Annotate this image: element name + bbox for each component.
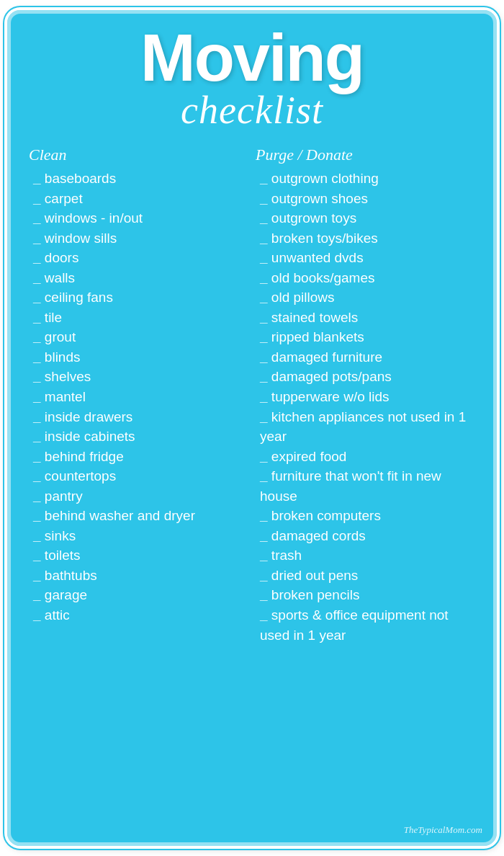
- watermark: TheTypicalMom.com: [404, 824, 482, 836]
- purge-item: dried out pens: [256, 566, 475, 586]
- clean-item: ceiling fans: [29, 287, 248, 308]
- clean-item: shelves: [29, 367, 248, 387]
- clean-item: behind fridge: [29, 447, 248, 467]
- clean-item: mantel: [29, 387, 248, 407]
- clean-item: windows - in/out: [29, 208, 248, 228]
- purge-item: trash: [256, 545, 475, 566]
- purge-item: old pillows: [256, 287, 475, 308]
- purge-item: ripped blankets: [256, 327, 475, 347]
- purge-list: outgrown clothingoutgrown shoesoutgrown …: [256, 169, 475, 645]
- purge-item: unwanted dvds: [256, 248, 475, 268]
- clean-item: bathtubs: [29, 566, 248, 586]
- clean-list: baseboardscarpetwindows - in/outwindow s…: [29, 169, 248, 625]
- purge-item: broken computers: [256, 506, 475, 526]
- clean-item: walls: [29, 268, 248, 288]
- clean-item: baseboards: [29, 169, 248, 189]
- title-checklist: checklist: [29, 91, 475, 130]
- clean-column: Clean baseboardscarpetwindows - in/outwi…: [29, 146, 248, 625]
- clean-section-title: Clean: [29, 146, 248, 164]
- purge-item: sports & office equipment not used in 1 …: [256, 605, 475, 645]
- purge-item: kitchen appliances not used in 1 year: [256, 407, 475, 447]
- clean-item: behind washer and dryer: [29, 506, 248, 526]
- purge-item: old books/games: [256, 268, 475, 288]
- clean-item: sinks: [29, 526, 248, 546]
- clean-item: grout: [29, 327, 248, 347]
- purge-item: outgrown shoes: [256, 189, 475, 209]
- purge-item: damaged furniture: [256, 347, 475, 367]
- purge-item: outgrown clothing: [256, 169, 475, 189]
- purge-item: broken pencils: [256, 585, 475, 605]
- purge-item: tupperware w/o lids: [256, 387, 475, 407]
- clean-item: attic: [29, 605, 248, 625]
- card: Moving checklist Clean baseboardscarpetw…: [7, 10, 497, 846]
- clean-item: tile: [29, 308, 248, 328]
- columns: Clean baseboardscarpetwindows - in/outwi…: [29, 146, 475, 645]
- clean-item: window sills: [29, 228, 248, 249]
- clean-item: inside cabinets: [29, 427, 248, 447]
- purge-item: outgrown toys: [256, 208, 475, 228]
- purge-section-title: Purge / Donate: [256, 146, 475, 164]
- purge-item: damaged pots/pans: [256, 367, 475, 387]
- title-moving: Moving: [29, 24, 475, 91]
- clean-item: pantry: [29, 486, 248, 507]
- purge-item: expired food: [256, 447, 475, 467]
- clean-item: doors: [29, 248, 248, 268]
- clean-item: blinds: [29, 347, 248, 367]
- clean-item: garage: [29, 585, 248, 605]
- purge-item: furniture that won't fit in new house: [256, 466, 475, 506]
- clean-item: countertops: [29, 466, 248, 486]
- purge-item: broken toys/bikes: [256, 228, 475, 249]
- purge-column: Purge / Donate outgrown clothingoutgrown…: [256, 146, 475, 645]
- purge-item: stained towels: [256, 308, 475, 328]
- clean-item: inside drawers: [29, 407, 248, 427]
- clean-item: carpet: [29, 189, 248, 209]
- clean-item: toilets: [29, 545, 248, 566]
- purge-item: damaged cords: [256, 526, 475, 546]
